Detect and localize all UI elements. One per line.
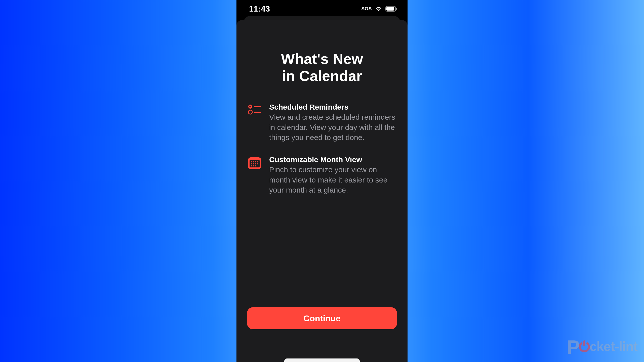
phone-frame: 11:43 SOS — [236, 0, 408, 362]
svg-point-14 — [253, 163, 254, 165]
status-indicators: SOS — [361, 6, 397, 12]
power-ring-icon — [578, 340, 591, 354]
sos-label: SOS — [361, 6, 372, 12]
watermark-prefix: P — [567, 337, 580, 357]
desktop-background: 11:43 SOS — [0, 0, 644, 362]
svg-point-12 — [257, 161, 258, 163]
sheet-title-line1: What's New — [281, 51, 363, 67]
feature-scheduled-reminders: Scheduled Reminders View and create sche… — [247, 102, 397, 143]
sheet-title-line2: in Calendar — [282, 68, 362, 84]
status-time: 11:43 — [249, 4, 270, 14]
svg-rect-6 — [254, 112, 261, 113]
svg-rect-1 — [386, 7, 394, 11]
svg-point-18 — [253, 165, 254, 167]
continue-button[interactable]: Continue — [247, 307, 397, 329]
svg-rect-2 — [396, 8, 397, 10]
svg-rect-4 — [254, 106, 261, 107]
svg-point-13 — [251, 163, 252, 165]
whats-new-sheet: What's New in Calendar Scheduled Reminde… — [236, 20, 408, 362]
wifi-icon — [375, 6, 382, 12]
svg-point-16 — [257, 163, 258, 165]
feature-text: Customizable Month View Pinch to customi… — [269, 155, 397, 195]
checklist-icon — [247, 102, 262, 115]
feature-desc: View and create scheduled reminders in c… — [269, 112, 397, 143]
svg-point-11 — [255, 161, 256, 163]
feature-desc: Pinch to customize your view on month vi… — [269, 165, 397, 195]
svg-point-17 — [251, 165, 252, 167]
calendar-icon — [247, 155, 262, 169]
feature-title: Scheduled Reminders — [269, 102, 397, 112]
feature-customizable-month-view: Customizable Month View Pinch to customi… — [247, 155, 397, 195]
home-indicator[interactable] — [284, 358, 360, 362]
watermark-suffix: cket-lint — [590, 340, 637, 354]
svg-point-15 — [255, 163, 256, 165]
svg-point-19 — [255, 165, 256, 167]
svg-point-5 — [248, 110, 252, 114]
sheet-title: What's New in Calendar — [247, 50, 397, 85]
svg-point-9 — [251, 161, 252, 163]
sheet-spacer — [247, 207, 397, 307]
watermark-pocket-lint: P cket-lint — [567, 337, 637, 357]
svg-point-10 — [253, 161, 254, 163]
feature-text: Scheduled Reminders View and create sche… — [269, 102, 397, 143]
battery-icon — [385, 6, 397, 12]
status-bar: 11:43 SOS — [236, 0, 408, 18]
feature-title: Customizable Month View — [269, 155, 397, 164]
